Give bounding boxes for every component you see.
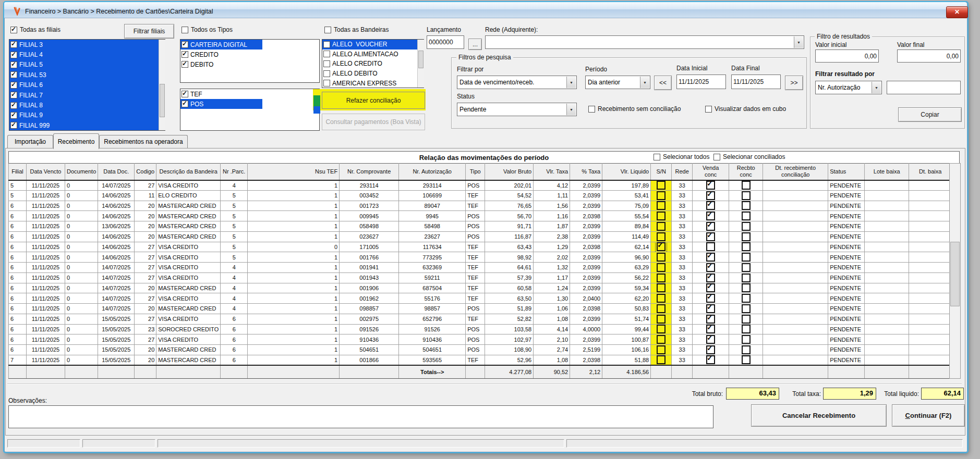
checkbox-icon[interactable]	[182, 61, 188, 68]
checkbox-icon[interactable]	[10, 82, 17, 89]
recbto-cell-checkbox[interactable]	[742, 304, 751, 313]
valor-final-input[interactable]	[897, 49, 961, 63]
recbto-cell-checkbox[interactable]	[742, 263, 751, 272]
observacoes-input[interactable]	[8, 405, 713, 428]
sn-cell[interactable]	[651, 201, 672, 211]
table-row[interactable]: 711/11/2025015/05/202520MASTERCARD CRED6…	[9, 355, 952, 365]
checkbox-icon[interactable]	[10, 92, 17, 98]
tab-recebimentos-operadora[interactable]: Recebimentos na operadora	[99, 135, 188, 148]
checkbox-icon[interactable]	[10, 112, 17, 119]
recbto-cell[interactable]	[729, 180, 763, 191]
filtrar-filiais-button[interactable]: Filtrar filiais	[124, 24, 174, 39]
sn-cell[interactable]	[651, 242, 672, 252]
table-row[interactable]: 611/11/2025014/07/202527VISA CREDITO4100…	[9, 293, 952, 304]
venda-cell[interactable]	[693, 211, 729, 221]
recbto-cell[interactable]	[729, 345, 763, 355]
column-header-cod[interactable]: Codigo	[135, 164, 156, 180]
column-header-taxa[interactable]: Vlr. Taxa	[534, 164, 570, 180]
filiais-scrollbar[interactable]	[159, 40, 165, 130]
sn-cell[interactable]	[651, 314, 672, 324]
tab-recebimento[interactable]: Recebimento	[53, 133, 99, 149]
list-item[interactable]: FILIAL 5	[9, 60, 165, 70]
sn-cell-checkbox[interactable]	[657, 274, 666, 282]
recbto-cell-checkbox[interactable]	[742, 253, 751, 262]
bandeiras-list[interactable]: ALELO VOUCHERALELO ALIMENTACAOALELO CRED…	[322, 39, 424, 88]
venda-cell[interactable]	[693, 334, 729, 345]
list-item[interactable]: FILIAL 9	[9, 110, 165, 120]
column-header-parc[interactable]: Nr .Parc.	[221, 164, 248, 180]
recbto-cell[interactable]	[729, 252, 763, 263]
column-header-dtrec[interactable]: Dt. recebimento conciliação	[763, 164, 828, 180]
tab-importacao[interactable]: Importação	[7, 135, 53, 148]
checkbox-icon[interactable]	[10, 71, 17, 78]
recbto-cell-checkbox[interactable]	[742, 242, 751, 251]
list-item[interactable]: ALELO ALIMENTACAO	[322, 49, 424, 59]
venda-cell-checkbox[interactable]	[706, 274, 715, 282]
venda-cell-checkbox[interactable]	[706, 212, 715, 220]
sn-cell[interactable]	[651, 304, 672, 314]
scrollbar-thumb[interactable]	[950, 242, 960, 306]
list-item[interactable]: AMERICAN EXPRESS	[322, 78, 424, 88]
checkbox-icon[interactable]	[182, 41, 188, 48]
venda-cell-checkbox[interactable]	[706, 325, 715, 333]
sn-cell[interactable]	[651, 211, 672, 221]
chevron-down-icon[interactable]: ▼	[566, 104, 576, 115]
list-item[interactable]: ALELO VOUCHER	[322, 40, 424, 49]
venda-cell[interactable]	[693, 304, 729, 314]
checkbox-icon[interactable]	[705, 106, 712, 113]
all-tipos-checkbox[interactable]: Todos os Tipos	[182, 26, 233, 33]
table-row[interactable]: 611/11/2025013/06/202520MASTERCARD CRED5…	[9, 221, 952, 232]
venda-cell[interactable]	[693, 355, 729, 365]
sn-cell-checkbox[interactable]	[657, 283, 666, 292]
lancamento-browse-button[interactable]: ...	[468, 39, 482, 50]
table-row[interactable]: 511/11/2025014/07/202527VISA CREDITO4129…	[9, 180, 952, 191]
venda-cell-checkbox[interactable]	[706, 253, 715, 262]
column-header-tipo[interactable]: Tipo	[466, 164, 485, 180]
venda-cell-checkbox[interactable]	[706, 222, 715, 231]
recbto-cell-checkbox[interactable]	[742, 315, 751, 324]
sn-cell-checkbox[interactable]	[657, 345, 666, 354]
recbto-cell[interactable]	[729, 211, 763, 221]
chevron-down-icon[interactable]: ▼	[566, 77, 576, 88]
sn-cell[interactable]	[651, 221, 672, 232]
venda-cell[interactable]	[693, 180, 729, 191]
venda-cell[interactable]	[693, 324, 729, 334]
sn-cell-checkbox[interactable]	[657, 222, 666, 231]
table-row[interactable]: 611/11/2025014/06/202520MASTERCARD CRED5…	[9, 231, 952, 242]
scrollbar-thumb[interactable]	[160, 84, 165, 117]
venda-cell-checkbox[interactable]	[706, 345, 715, 354]
sn-cell-checkbox[interactable]	[657, 201, 666, 210]
column-header-sn[interactable]: S/N	[651, 164, 672, 180]
sn-cell-checkbox[interactable]	[657, 232, 666, 241]
checkbox-icon[interactable]	[182, 27, 188, 33]
recbto-cell-checkbox[interactable]	[742, 191, 751, 200]
column-header-baixa[interactable]: Dt. baixa	[909, 164, 952, 180]
column-header-venda[interactable]: Venda conc	[693, 164, 729, 180]
venda-cell[interactable]	[693, 263, 729, 273]
venda-cell[interactable]	[693, 231, 729, 242]
recbto-cell[interactable]	[729, 231, 763, 242]
sn-cell-checkbox[interactable]	[657, 191, 666, 200]
checkbox-icon[interactable]	[588, 106, 595, 113]
checkbox-icon[interactable]	[10, 41, 17, 48]
rede-combobox[interactable]: ▼	[485, 35, 804, 49]
venda-cell[interactable]	[693, 242, 729, 252]
bandeiras-scrollbar[interactable]	[417, 40, 424, 88]
venda-cell-checkbox[interactable]	[706, 335, 715, 344]
venda-cell-checkbox[interactable]	[706, 181, 715, 190]
continuar-button[interactable]: Continuar (F2)	[892, 404, 965, 427]
table-row[interactable]: 611/11/2025014/06/202527VISA CREDITO5017…	[9, 242, 952, 252]
venda-cell[interactable]	[693, 201, 729, 211]
sn-cell-checkbox[interactable]	[657, 355, 666, 364]
sn-cell-checkbox[interactable]	[657, 181, 666, 190]
list-item[interactable]: ALELO CREDITO	[322, 59, 424, 69]
recbto-cell[interactable]	[729, 221, 763, 232]
column-header-vencto[interactable]: Data Vencto	[27, 164, 65, 180]
venda-cell[interactable]	[693, 283, 729, 293]
recebimento-sem-conciliacao-checkbox[interactable]: Recebimento sem conciliação	[588, 105, 681, 113]
venda-cell[interactable]	[693, 190, 729, 201]
recbto-cell-checkbox[interactable]	[742, 201, 751, 210]
filtrar-resultado-combobox[interactable]: Nr. Autorização ▼	[815, 81, 882, 94]
venda-cell-checkbox[interactable]	[706, 315, 715, 324]
recbto-cell[interactable]	[729, 242, 763, 252]
